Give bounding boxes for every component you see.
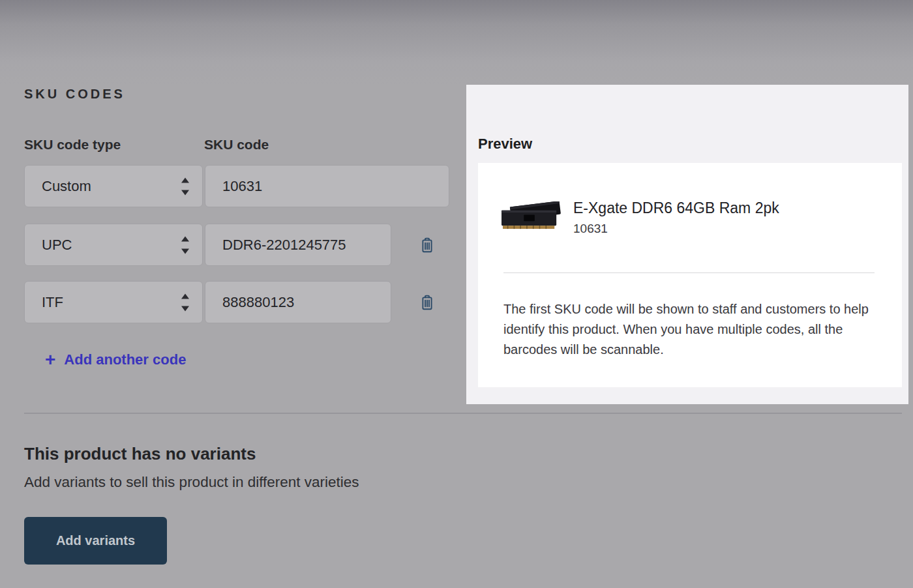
product-thumbnail: [501, 201, 562, 233]
chevron-down-icon: [181, 248, 189, 254]
add-variants-button[interactable]: Add variants: [24, 517, 167, 565]
page-background: { "sku": { "heading": "SKU CODES", "colu…: [0, 0, 913, 588]
variants-subheading: Add variants to sell this product in dif…: [24, 474, 359, 491]
sku-code-input[interactable]: [205, 281, 391, 323]
card-divider: [503, 272, 875, 273]
select-spinner-icons: [181, 177, 189, 195]
sku-row: ITF: [24, 281, 438, 323]
column-header-sku-code-type: SKU code type: [24, 137, 121, 152]
sku-column-headers: SKU code type SKU code: [24, 137, 455, 153]
ram-sticks-image: [501, 201, 562, 231]
column-header-sku-code: SKU code: [204, 137, 269, 153]
product-row: E-Xgate DDR6 64GB Ram 2pk 10631: [501, 198, 779, 236]
preview-panel: Preview: [466, 85, 908, 404]
sku-type-selected-value: ITF: [42, 294, 63, 311]
variants-heading: This product has no variants: [24, 444, 256, 464]
preview-card: E-Xgate DDR6 64GB Ram 2pk 10631 The firs…: [478, 163, 902, 387]
section-divider: [24, 413, 902, 414]
sku-type-selected-value: UPC: [42, 237, 72, 254]
sku-type-select[interactable]: UPC: [24, 224, 203, 266]
chevron-down-icon: [181, 190, 189, 195]
chevron-up-icon: [181, 293, 189, 299]
product-sku: 10631: [573, 222, 779, 236]
preview-description: The first SKU code will be shown to staf…: [503, 299, 880, 360]
trash-icon: [421, 237, 434, 253]
sku-type-select[interactable]: ITF: [24, 281, 203, 323]
delete-code-button[interactable]: [416, 289, 438, 316]
select-spinner-icons: [181, 236, 189, 254]
add-another-code-button[interactable]: + Add another code: [45, 351, 186, 369]
chevron-down-icon: [181, 306, 189, 311]
preview-heading: Preview: [478, 136, 532, 153]
sku-code-input[interactable]: [205, 165, 449, 207]
delete-code-button[interactable]: [416, 232, 438, 258]
sku-row: Custom: [24, 165, 449, 207]
chevron-up-icon: [181, 177, 189, 183]
select-spinner-icons: [181, 293, 189, 311]
chevron-up-icon: [181, 236, 189, 241]
sku-type-selected-value: Custom: [42, 178, 91, 195]
plus-icon: +: [45, 351, 55, 369]
sku-code-input[interactable]: [205, 224, 391, 266]
sku-row: UPC: [24, 224, 438, 266]
sku-codes-heading: SKU CODES: [24, 87, 125, 102]
product-info: E-Xgate DDR6 64GB Ram 2pk 10631: [573, 198, 779, 236]
add-another-code-label: Add another code: [64, 351, 186, 368]
trash-icon: [421, 295, 434, 310]
product-title: E-Xgate DDR6 64GB Ram 2pk: [573, 198, 779, 218]
sku-type-select[interactable]: Custom: [24, 165, 203, 207]
